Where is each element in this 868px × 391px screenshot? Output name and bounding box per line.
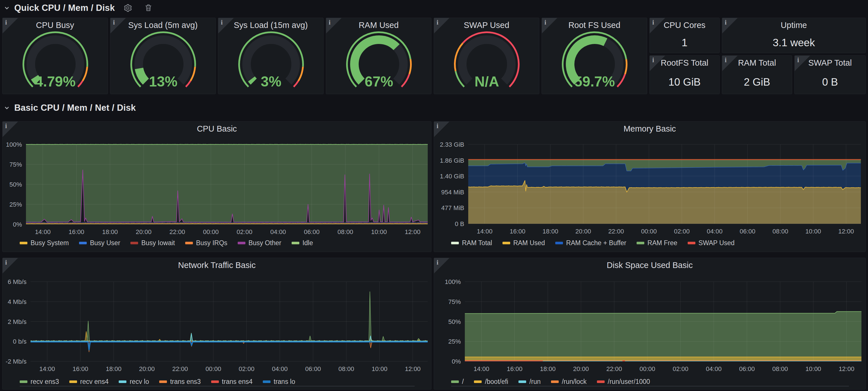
panel-title[interactable]: Uptime [722, 21, 865, 30]
legend-item[interactable]: Busy Iowait [130, 239, 175, 247]
x-axis-label: 02:00 [674, 228, 690, 235]
legend-item[interactable]: Idle [291, 239, 313, 247]
panel-title[interactable]: CPU Busy [3, 21, 107, 30]
panel-title[interactable]: SWAP Total [795, 58, 865, 68]
chevron-down-icon[interactable] [3, 5, 10, 11]
legend-item[interactable]: trans ens4 [211, 378, 252, 386]
gauge-panel-sys-load-15m-avg-: iSys Load (15m avg)3% [218, 18, 323, 94]
x-axis-label: 18:00 [102, 228, 118, 236]
legend-item[interactable]: RAM Cache + Buffer [555, 239, 626, 247]
series-recv-lo [31, 333, 428, 341]
x-axis-label: 06:00 [739, 365, 755, 372]
legend-item[interactable]: recv ens4 [69, 378, 109, 386]
row-header-basic: Basic CPU / Mem / Net / Disk [0, 100, 136, 115]
stat-panel-rootfs-total: iRootFS Total10 GiB [649, 55, 720, 94]
stat-panel-ram-total: iRAM Total2 GiB [722, 55, 792, 94]
x-axis-label: 18:00 [106, 365, 122, 372]
legend-item[interactable]: /run/lock [551, 378, 587, 386]
legend-scrollbar[interactable] [20, 386, 414, 386]
x-axis-label: 10:00 [806, 365, 821, 372]
legend-item[interactable]: /boot/efi [474, 378, 508, 386]
panel-title[interactable]: RAM Used [326, 21, 431, 30]
gauge-canvas: 13% [111, 30, 216, 94]
y-axis-label: 0% [452, 358, 461, 365]
stat-value: 2 GiB [722, 76, 792, 88]
panel-title[interactable]: Root FS Used [542, 21, 647, 30]
gear-icon[interactable] [122, 2, 133, 14]
dashboard: Quick CPU / Mem / Disk Basic CPU / Mem /… [0, 0, 868, 391]
legend-item[interactable]: Busy IRQs [185, 239, 227, 247]
y-axis-label: 0 B [455, 220, 464, 228]
y-axis-label: 0% [13, 221, 22, 228]
legend-label: recv ens3 [31, 378, 59, 386]
legend-item[interactable]: Busy User [79, 239, 120, 247]
trash-icon[interactable] [143, 2, 154, 14]
chart-canvas[interactable]: -2 Mb/s0 b/s2 Mb/s4 Mb/s6 Mb/s14:0016:00… [3, 258, 432, 390]
panel-title[interactable]: SWAP Used [434, 21, 539, 30]
row-title[interactable]: Basic CPU / Mem / Net / Disk [14, 103, 136, 113]
chart-panel-net: iNetwork Traffic Basic-2 Mb/s0 b/s2 Mb/s… [2, 258, 431, 390]
y-axis-label: 50% [448, 318, 461, 325]
gauge-canvas: 3% [218, 30, 324, 94]
series-trans-lo [31, 342, 428, 350]
legend-label: recv ens4 [80, 378, 109, 386]
legend-item[interactable]: RAM Used [502, 239, 545, 247]
x-axis-label: 20:00 [136, 228, 152, 236]
series-recv-ens4 [31, 331, 428, 341]
legend-label: / [462, 378, 464, 386]
legend-label: Busy System [31, 239, 69, 247]
legend-item[interactable]: recv ens3 [20, 378, 59, 386]
legend-item[interactable]: SWAP Used [688, 239, 735, 247]
x-axis-label: 10:00 [372, 365, 388, 372]
legend-label: Busy Other [249, 239, 281, 247]
y-axis-label: 2 Mb/s [8, 318, 27, 325]
legend-item[interactable]: Busy System [20, 239, 69, 247]
legend-item[interactable]: recv lo [119, 378, 149, 386]
panel-title[interactable]: Sys Load (5m avg) [111, 21, 215, 30]
x-axis-label: 08:00 [338, 228, 353, 236]
legend-item[interactable]: RAM Total [451, 239, 492, 247]
legend-item[interactable]: /run [519, 378, 541, 386]
x-axis-label: 22:00 [172, 365, 188, 372]
x-axis-label: 22:00 [606, 365, 622, 372]
x-axis-label: 12:00 [405, 365, 421, 372]
x-axis-label: 16:00 [509, 228, 525, 235]
x-axis-label: 12:00 [839, 365, 854, 372]
legend-label: trans ens3 [170, 378, 200, 386]
panel-title[interactable]: CPU Cores [650, 21, 719, 30]
legend-scrollbar[interactable] [451, 386, 849, 386]
row-title[interactable]: Quick CPU / Mem / Disk [14, 3, 115, 13]
legend-swatch [291, 242, 299, 244]
stat-value: 1 [650, 37, 719, 49]
panel-title[interactable]: Sys Load (15m avg) [218, 21, 323, 30]
legend-swatch [238, 242, 245, 244]
legend-label: RAM Used [513, 239, 545, 247]
panel-title[interactable]: RAM Total [722, 58, 792, 68]
series-root-area [465, 312, 862, 361]
gauge-panel-swap-used: iSWAP UsedN/A [434, 18, 539, 94]
legend-item[interactable]: trans ens3 [159, 378, 200, 386]
x-axis-label: 04:00 [270, 228, 286, 236]
legend-item[interactable]: / [451, 378, 464, 386]
chevron-down-icon[interactable] [3, 104, 10, 111]
legend-item[interactable]: RAM Free [637, 239, 677, 247]
x-axis-label: 04:00 [272, 365, 288, 372]
chart-canvas[interactable]: 0%25%50%75%100%14:0016:0018:0020:0022:00… [3, 122, 432, 252]
legend-swatch [551, 381, 559, 383]
legend-item[interactable]: /run/user/1000 [597, 378, 650, 386]
gauge-canvas: N/A [434, 30, 539, 94]
legend-swatch [474, 381, 482, 383]
x-axis-label: 02:00 [673, 365, 688, 372]
chart-canvas[interactable]: 0 B477 MiB954 MiB1.40 GiB1.86 GiB2.33 Gi… [434, 122, 866, 252]
chart-canvas[interactable]: 0%25%50%75%100%14:0016:0018:0020:0022:00… [434, 258, 866, 390]
x-axis-label: 10:00 [806, 228, 821, 235]
x-axis-label: 22:00 [169, 228, 185, 236]
series-recv-ens3 [31, 292, 428, 341]
legend-swatch [451, 381, 459, 383]
panel-title[interactable]: RootFS Total [650, 58, 719, 68]
legend-swatch [597, 381, 604, 383]
legend-item[interactable]: trans lo [263, 378, 295, 386]
x-axis-label: 14:00 [35, 228, 51, 236]
legend-swatch [637, 242, 644, 244]
legend-item[interactable]: Busy Other [238, 239, 281, 247]
